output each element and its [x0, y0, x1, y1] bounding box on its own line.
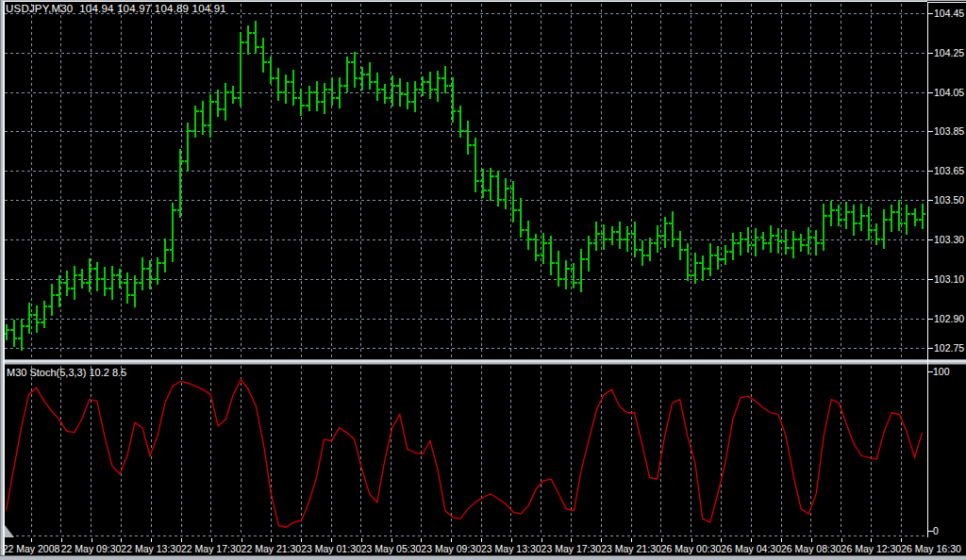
- window-border-top: [0, 1, 927, 2]
- time-axis-label: 23 May 21:30: [601, 543, 661, 554]
- time-axis-label: 23 May 09:30: [421, 543, 481, 554]
- indicator-label: M30 Stoch(5,3,3) 10.2 8.5: [7, 367, 126, 378]
- ohlc-bars: [3, 21, 925, 351]
- window-border-top: [0, 0, 966, 1]
- time-axis-label: 26 May 16:30: [901, 543, 961, 554]
- price-axis-label: 104.25: [934, 47, 964, 58]
- time-axis-label: 22 May 13:30: [121, 543, 181, 554]
- time-axis-label: 23 May 01:30: [301, 543, 361, 554]
- price-axis-label: 104.05: [934, 87, 964, 98]
- price-axis-label: 102.75: [934, 342, 964, 354]
- price-axis-label: 103.10: [934, 273, 964, 285]
- window-border-bottom: [0, 555, 966, 556]
- pane-separator[interactable]: [0, 364, 966, 365]
- window-border-left: [1, 1, 3, 559]
- pane-separator[interactable]: [0, 359, 966, 360]
- indicator-scale-min: 0: [933, 525, 939, 536]
- price-axis-label: 103.50: [934, 194, 964, 206]
- pane-separator[interactable]: [0, 360, 966, 362]
- time-axis-label: 22 May 21:30: [242, 543, 302, 554]
- time-axis-label: 22 May 17:30: [181, 543, 242, 554]
- time-axis-label: 26 May 00:30: [661, 543, 722, 554]
- window-border-left: [0, 0, 1, 560]
- stochastic-line: [7, 380, 923, 528]
- time-axis-label: 23 May 13:30: [481, 543, 541, 554]
- window-border-left: [3, 1, 5, 556]
- indicator-scale-max: 100: [933, 366, 950, 377]
- mt4-chart-window: USDJPY,M30 104.94 104.97 104.89 104.91 M…: [0, 0, 966, 560]
- time-axis-label: 22 May 2008: [3, 543, 60, 554]
- time-axis-label: 23 May 05:30: [361, 543, 422, 554]
- time-axis-label: 26 May 04:30: [721, 543, 781, 554]
- time-axis-label: 26 May 08:30: [781, 543, 841, 554]
- time-axis-label: 23 May 17:30: [541, 543, 602, 554]
- price-axis-label: 103.85: [934, 125, 964, 137]
- chart-canvas[interactable]: [0, 0, 966, 560]
- time-axis-label: 26 May 12:30: [841, 543, 902, 554]
- time-axis-label: 22 May 09:30: [61, 543, 122, 554]
- price-axis-label: 103.65: [934, 165, 964, 176]
- chart-symbol-ohlc-label: USDJPY,M30 104.94 104.97 104.89 104.91: [6, 3, 226, 14]
- price-axis-label: 104.45: [934, 8, 964, 19]
- price-axis-label: 103.30: [934, 234, 964, 245]
- price-axis-label: 102.90: [934, 313, 964, 324]
- pane-separator[interactable]: [0, 362, 966, 364]
- window-border-bottom: [0, 556, 966, 560]
